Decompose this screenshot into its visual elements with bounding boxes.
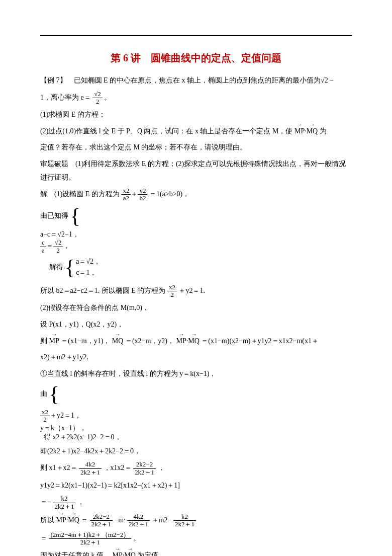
text: 所以 bbox=[40, 516, 54, 524]
frac-x2-a2: x2 a2 bbox=[121, 187, 131, 202]
text: 所以 b2＝a2−c2＝1. 所以椭圆 E 的方程为 bbox=[40, 287, 165, 294]
text: ，x1x2＝ bbox=[104, 464, 132, 471]
para-1: 【例 7】 已知椭圆 E 的中心在原点，焦点在 x 轴上，椭圆上的点到焦点的距离… bbox=[40, 74, 352, 88]
brace-system-2: { a＝√2， c＝1， bbox=[65, 256, 101, 279]
text: 由 bbox=[40, 390, 47, 398]
text: 1，离心率为 e＝ bbox=[40, 94, 91, 101]
text: 则 x1＋x2＝ bbox=[40, 464, 77, 471]
brace-system-1: { bbox=[70, 207, 81, 225]
vector-MP: MP bbox=[56, 514, 66, 527]
para-14: ①当直线 l 的斜率存在时，设直线 l 的方程为 y＝k(x−1)， bbox=[40, 367, 352, 381]
text: 因为对于任意的 k 值， bbox=[40, 551, 111, 556]
vector-MQ: MQ bbox=[112, 335, 124, 348]
text: ＝(x1−m，y1)， bbox=[61, 337, 110, 345]
frac-x2-over-2-b: x2 2 bbox=[40, 409, 50, 424]
text: 解 (1)设椭圆 E 的方程为 bbox=[40, 190, 120, 198]
text: ＝(x1−m)(x2−m)＋y1y2＝x1x2−m(x1＋ bbox=[201, 337, 319, 345]
left-brace-icon: { bbox=[49, 385, 59, 404]
para-2: 1，离心率为 e＝ √2 2 。 bbox=[40, 91, 352, 106]
para-12: 则 MP ＝(x1−m，y1)， MQ ＝(x2−m，y2)， MP·MQ ＝(… bbox=[40, 335, 352, 348]
frac-root2-over-2: √2 2 bbox=[92, 91, 103, 106]
numerator: 4k2 bbox=[79, 461, 102, 468]
numerator: k2 bbox=[53, 495, 75, 503]
text: 为 bbox=[320, 127, 327, 135]
frac-4k2: 4k2 2k2＋1 bbox=[79, 461, 102, 476]
text: ＋m2− bbox=[152, 516, 172, 524]
frac-k2: k2 2k2＋1 bbox=[53, 495, 75, 510]
text: ＝(x2−m，y2)， bbox=[125, 337, 174, 345]
numerator: (2m2−4m＋1)k2＋（m2−2） bbox=[49, 531, 132, 539]
left-brace-icon: { bbox=[65, 259, 75, 277]
text: ， bbox=[158, 464, 165, 471]
vector-MP: MP bbox=[49, 335, 59, 348]
text: ， bbox=[77, 498, 84, 506]
text: −m· bbox=[114, 516, 125, 524]
text: ＝ bbox=[46, 242, 53, 250]
para-16: 即(2k2＋1)x2−4k2x＋2k2−2＝0， bbox=[40, 445, 352, 458]
denominator: a2 bbox=[121, 195, 131, 202]
denominator: 2 bbox=[40, 416, 50, 423]
vector-MP: MP bbox=[113, 549, 123, 556]
system-row: y＝k（x−1）， bbox=[40, 424, 352, 433]
para-22: 因为对于任意的 k 值， MP·MQ 为定值， bbox=[40, 549, 352, 556]
denominator: 2 bbox=[92, 98, 103, 105]
vector-MQ: MQ bbox=[188, 335, 200, 348]
text: 由已知得 bbox=[40, 212, 68, 219]
page: 第 6 讲 圆锥曲线中的定点、定值问题 【例 7】 已知椭圆 E 的中心在原点，… bbox=[0, 0, 392, 556]
system-row: c＝1， bbox=[76, 267, 101, 278]
denominator: 2k2＋1 bbox=[127, 521, 150, 528]
para-20: 所以 MP·MQ ＝ 2k2−2 2k2＋1 −m· 4k2 2k2＋1 ＋m2… bbox=[40, 513, 352, 528]
text: ＝− bbox=[40, 498, 51, 506]
numerator: x2 bbox=[40, 409, 50, 416]
text: 【例 7】 已知椭圆 E 的中心在原点，焦点在 x 轴上，椭圆上的点到焦点的距离… bbox=[40, 76, 334, 84]
para-18: y1y2＝k2(x1−1)(x2−1)＝k2[x1x2−(x1＋x2)＋1] bbox=[40, 479, 352, 493]
text: ＝ bbox=[81, 516, 88, 524]
system-row: x2 2 ＋y2＝1， bbox=[40, 409, 352, 424]
para-9: 所以 b2＝a2−c2＝1. 所以椭圆 E 的方程为 x2 2 ＋y2＝1. bbox=[40, 284, 352, 299]
para-19: ＝− k2 2k2＋1 ， bbox=[40, 495, 352, 510]
vector-MQ: MQ bbox=[307, 125, 318, 138]
para-8: 由已知得 { bbox=[40, 205, 352, 227]
para-13: x2)＋m2＋y1y2. bbox=[40, 351, 352, 364]
vector-MQ: MQ bbox=[68, 514, 79, 527]
denominator: 2k2＋1 bbox=[133, 469, 156, 476]
para-10: (2)假设存在符合条件的点 M(m,0)， bbox=[40, 301, 352, 315]
text: ， bbox=[63, 242, 70, 250]
numerator: √2 bbox=[53, 239, 63, 247]
para-21: ＝ (2m2−4m＋1)k2＋（m2−2） 2k2＋1 。 bbox=[40, 531, 352, 546]
brace-system-3: { bbox=[49, 385, 60, 404]
frac-root2-over-2-b: √2 2 bbox=[53, 239, 63, 254]
system-row: a＝√2， bbox=[76, 256, 101, 267]
text: 。 bbox=[133, 534, 140, 542]
para-6: 审题破题 (1)利用待定系数法求 E 的方程；(2)探求定点可以先根据特殊情况找… bbox=[40, 157, 352, 184]
vector-MP: MP bbox=[176, 335, 186, 348]
denominator: 2k2＋1 bbox=[173, 521, 196, 528]
text: 则 bbox=[40, 337, 47, 345]
text: ＝ bbox=[40, 534, 47, 542]
lecture-title: 第 6 讲 圆锥曲线中的定点、定值问题 bbox=[40, 51, 352, 65]
text: ＝1(a>b>0)， bbox=[149, 190, 189, 198]
frac-t2: 4k2 2k2＋1 bbox=[127, 513, 150, 528]
frac-t3: k2 2k2＋1 bbox=[173, 513, 196, 528]
numerator: 2k2−2 bbox=[133, 461, 156, 468]
vector-MQ: MQ bbox=[124, 549, 136, 556]
denominator: 2 bbox=[53, 247, 63, 254]
system-row: a−c＝√2−1， bbox=[40, 230, 352, 239]
frac-t1: 2k2−2 2k2＋1 bbox=[90, 513, 113, 528]
para-17: 则 x1＋x2＝ 4k2 2k2＋1 ，x1x2＝ 2k2−2 2k2＋1 ， bbox=[40, 461, 352, 476]
numerator: 4k2 bbox=[127, 513, 150, 521]
numerator: x2 bbox=[121, 187, 131, 195]
numerator: 2k2−2 bbox=[90, 513, 113, 521]
text: ＋y2＝1. bbox=[178, 287, 205, 294]
para-3: (1)求椭圆 E 的方程； bbox=[40, 108, 352, 122]
top-rule bbox=[40, 35, 352, 36]
numerator: k2 bbox=[173, 513, 196, 521]
frac-2k2-2: 2k2−2 2k2＋1 bbox=[133, 461, 156, 476]
para-15: 由 { bbox=[40, 383, 352, 406]
text: 。 bbox=[104, 94, 111, 101]
frac-y2-b2: y2 b2 bbox=[138, 187, 147, 202]
numerator: x2 bbox=[167, 284, 177, 291]
system-row: c a ＝ √2 2 ， bbox=[40, 239, 352, 254]
denominator: 2k2＋1 bbox=[90, 521, 113, 528]
denominator: 2k2＋1 bbox=[79, 469, 102, 476]
